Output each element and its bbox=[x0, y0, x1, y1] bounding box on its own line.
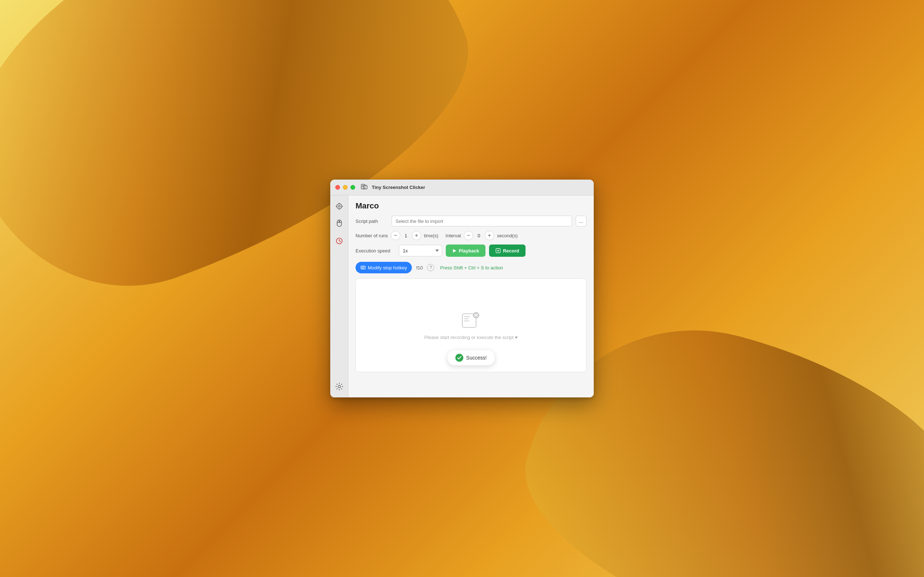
svg-point-6 bbox=[338, 206, 340, 207]
maximize-button[interactable] bbox=[351, 185, 355, 190]
close-button[interactable] bbox=[335, 185, 340, 190]
hotkey-row: Modify stop hotkey f10 ? Press Shift + C… bbox=[355, 262, 586, 273]
success-text: Success! bbox=[466, 355, 487, 361]
app-window: Tiny Screenshot Clicker bbox=[330, 180, 594, 397]
playback-button[interactable]: Playback bbox=[446, 245, 485, 257]
interval-label: Interval bbox=[446, 233, 461, 239]
app-icon bbox=[361, 184, 367, 192]
success-toast: Success! bbox=[447, 350, 495, 365]
success-icon bbox=[456, 354, 464, 362]
svg-rect-0 bbox=[361, 184, 365, 189]
modify-hotkey-button[interactable]: Modify stop hotkey bbox=[355, 262, 412, 273]
execution-speed-label: Execution speed bbox=[355, 248, 395, 253]
hotkey-value: f10 bbox=[416, 265, 423, 271]
runs-unit: time(s) bbox=[424, 233, 439, 239]
interval-stepper: − 0 + bbox=[464, 231, 494, 240]
runs-label: Number of runs bbox=[355, 233, 388, 239]
empty-state-icon bbox=[462, 311, 480, 330]
record-button[interactable]: Record bbox=[489, 245, 525, 257]
svg-rect-1 bbox=[363, 185, 367, 189]
svg-rect-22 bbox=[361, 266, 365, 269]
hotkey-hint: Press Shift + Ctrl + S to action bbox=[440, 265, 503, 271]
svg-point-18 bbox=[338, 385, 340, 388]
svg-rect-26 bbox=[362, 268, 364, 269]
section-title: Marco bbox=[355, 201, 586, 211]
runs-decrease-button[interactable]: − bbox=[391, 231, 400, 240]
svg-rect-25 bbox=[364, 267, 365, 268]
sidebar-mouse[interactable] bbox=[334, 219, 344, 229]
interval-unit: second(s) bbox=[497, 233, 518, 239]
runs-value: 1 bbox=[402, 233, 410, 239]
interval-increase-button[interactable]: + bbox=[485, 231, 494, 240]
svg-rect-14 bbox=[339, 221, 340, 222]
sidebar-settings[interactable] bbox=[334, 382, 344, 392]
record-icon bbox=[496, 248, 501, 253]
interval-value: 0 bbox=[475, 233, 483, 239]
main-panel: Marco Script path ... Number of runs − 1… bbox=[348, 195, 594, 397]
sidebar-history[interactable] bbox=[334, 236, 344, 246]
speed-row: Execution speed 1x 0.5x 1.5x 2x Playback bbox=[355, 245, 586, 257]
sidebar bbox=[330, 195, 348, 397]
keyboard-icon bbox=[360, 265, 366, 270]
empty-state-text: Please start recording or execute the sc… bbox=[425, 335, 518, 340]
ellipsis-button[interactable]: ... bbox=[576, 216, 586, 226]
script-path-input[interactable] bbox=[392, 216, 572, 226]
content-area: Marco Script path ... Number of runs − 1… bbox=[330, 195, 594, 397]
script-path-row: Script path ... bbox=[355, 216, 586, 226]
speed-select[interactable]: 1x 0.5x 1.5x 2x bbox=[399, 245, 442, 256]
content-box: Please start recording or execute the sc… bbox=[355, 279, 586, 372]
runs-increase-button[interactable]: + bbox=[412, 231, 421, 240]
app-title: Tiny Screenshot Clicker bbox=[372, 185, 425, 190]
svg-line-17 bbox=[339, 241, 341, 242]
interval-decrease-button[interactable]: − bbox=[464, 231, 473, 240]
runs-stepper: − 1 + bbox=[391, 231, 421, 240]
play-icon bbox=[452, 248, 457, 253]
script-path-label: Script path bbox=[355, 219, 388, 224]
minimize-button[interactable] bbox=[343, 185, 347, 190]
hotkey-help-icon[interactable]: ? bbox=[427, 264, 434, 271]
sidebar-crosshair[interactable] bbox=[334, 201, 344, 211]
runs-row: Number of runs − 1 + time(s) Interval − … bbox=[355, 231, 586, 240]
svg-point-5 bbox=[337, 204, 342, 209]
titlebar: Tiny Screenshot Clicker bbox=[330, 180, 594, 195]
svg-rect-23 bbox=[362, 267, 362, 268]
svg-rect-24 bbox=[363, 267, 363, 268]
